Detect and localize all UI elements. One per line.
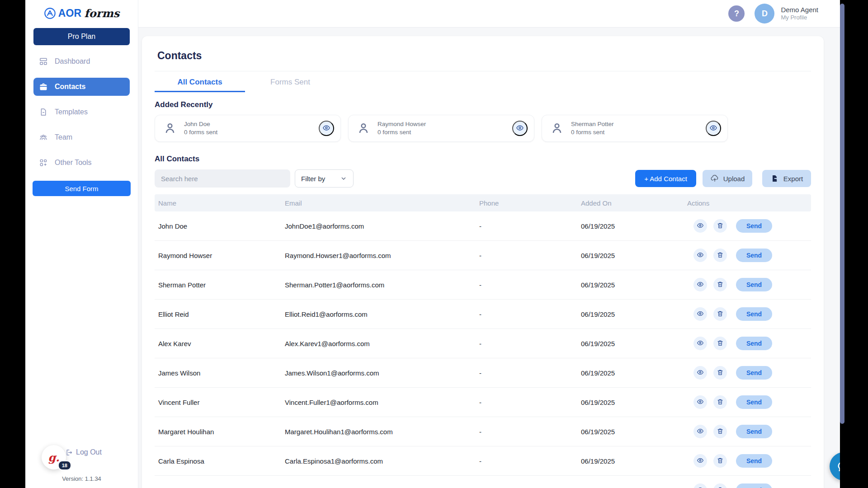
column-header-name: Name — [155, 199, 281, 207]
team-icon — [39, 133, 48, 142]
sidebar-item-label: Dashboard — [55, 57, 90, 66]
view-contact-button[interactable] — [693, 425, 707, 438]
aor-logo-icon — [44, 7, 56, 19]
row-actions: Send — [684, 366, 811, 380]
send-button[interactable]: Send — [736, 219, 772, 233]
g-widget-badge: 18 — [58, 460, 71, 470]
templates-icon — [39, 108, 48, 117]
recent-forms-sent: 0 forms sent — [377, 128, 512, 136]
logout-button[interactable]: Log Out — [65, 448, 102, 456]
filter-by-label: Filter by — [301, 175, 325, 183]
filter-by-dropdown[interactable]: Filter by — [295, 169, 354, 188]
upload-label: Upload — [723, 175, 745, 183]
view-recent-contact-button[interactable] — [319, 121, 334, 136]
page-title: Contacts — [157, 50, 811, 62]
delete-contact-button[interactable] — [713, 307, 727, 321]
sidebar-item-other-tools[interactable]: Other Tools — [33, 154, 130, 172]
sidebar-item-contacts[interactable]: Contacts — [33, 78, 130, 96]
contact-email: Alex.Karev1@aorforms.com — [281, 340, 476, 347]
tab-all-contacts[interactable]: All Contacts — [155, 73, 245, 92]
send-button[interactable]: Send — [736, 307, 772, 321]
sidebar-item-templates[interactable]: Templates — [33, 103, 130, 121]
send-button[interactable]: Send — [736, 337, 772, 350]
contact-added-on: 06/19/2025 — [577, 252, 684, 259]
send-button[interactable]: Send — [736, 454, 772, 468]
sidebar-item-team[interactable]: Team — [33, 128, 130, 146]
row-actions: Send — [684, 307, 811, 321]
recent-contact-name: Raymond Howser — [377, 120, 512, 128]
app-window: AORforms Pro Plan Dashboard Contacts Tem… — [25, 0, 840, 488]
table-controls: Filter by + Add Contact Upload Export — [155, 169, 811, 188]
eye-icon — [697, 369, 704, 377]
sidebar-item-label: Templates — [55, 108, 88, 116]
contact-name: Raymond Howser — [155, 252, 281, 259]
send-button[interactable]: Send — [736, 425, 772, 438]
search-input[interactable] — [155, 169, 290, 188]
row-actions: Send — [684, 395, 811, 409]
sidebar-item-dashboard[interactable]: Dashboard — [33, 52, 130, 70]
user-menu[interactable]: Demo Agent My Profile — [781, 6, 818, 22]
export-label: Export — [783, 175, 803, 183]
logout-icon — [65, 449, 73, 456]
add-contact-button[interactable]: + Add Contact — [635, 170, 696, 187]
view-contact-button[interactable] — [693, 219, 707, 233]
contact-email: Elliot.Reid1@aorforms.com — [281, 310, 476, 318]
delete-contact-button[interactable] — [713, 483, 727, 488]
view-contact-button[interactable] — [693, 454, 707, 468]
view-contact-button[interactable] — [693, 307, 707, 321]
send-button[interactable]: Send — [736, 483, 772, 488]
brand-name-script: forms — [84, 7, 119, 20]
recent-forms-sent: 0 forms sent — [571, 128, 706, 136]
send-button[interactable]: Send — [736, 249, 772, 262]
delete-contact-button[interactable] — [713, 366, 727, 380]
column-header-phone: Phone — [476, 199, 577, 207]
page-scrollbar[interactable] — [840, 4, 844, 424]
title-divider — [155, 71, 811, 71]
row-actions: Send — [684, 454, 811, 468]
view-contact-button[interactable] — [693, 249, 707, 262]
view-recent-contact-button[interactable] — [512, 121, 528, 136]
send-button[interactable]: Send — [736, 366, 772, 380]
eye-icon — [697, 398, 704, 407]
contact-name: Carla Espinosa — [155, 457, 281, 465]
view-contact-button[interactable] — [693, 366, 707, 380]
contact-name: Sherman Potter — [155, 281, 281, 289]
contact-email: Margaret.Houlihan1@aorforms.com — [281, 428, 476, 436]
delete-contact-button[interactable] — [713, 278, 727, 291]
pro-plan-button[interactable]: Pro Plan — [33, 28, 130, 45]
export-button[interactable]: Export — [762, 170, 811, 187]
upload-button[interactable]: Upload — [703, 170, 752, 187]
view-contact-button[interactable] — [693, 483, 707, 488]
send-form-button[interactable]: Send Form — [33, 181, 131, 196]
user-avatar[interactable]: D — [755, 4, 774, 23]
delete-contact-button[interactable] — [713, 454, 727, 468]
view-contact-button[interactable] — [693, 395, 707, 409]
send-button[interactable]: Send — [736, 278, 772, 291]
contact-added-on: 06/19/2025 — [577, 369, 684, 377]
delete-contact-button[interactable] — [713, 337, 727, 350]
table-row: Vincent Fuller Vincent.Fuller1@aorforms.… — [155, 388, 811, 417]
trash-icon — [717, 251, 724, 260]
contact-phone: - — [476, 340, 577, 347]
trash-icon — [717, 486, 724, 488]
chat-bubble-icon — [836, 459, 840, 474]
tab-forms-sent[interactable]: Forms Sent — [245, 73, 335, 92]
table-row: Sherman Potter Sherman.Potter1@aorforms.… — [155, 270, 811, 300]
delete-contact-button[interactable] — [713, 395, 727, 409]
view-contact-button[interactable] — [693, 337, 707, 350]
added-recently-title: Added Recently — [155, 100, 811, 109]
g-widget-button[interactable]: g. 18 — [42, 445, 66, 469]
delete-contact-button[interactable] — [713, 219, 727, 233]
person-icon — [163, 122, 177, 135]
trash-icon — [717, 310, 724, 319]
my-profile-link[interactable]: My Profile — [781, 14, 818, 21]
send-button[interactable]: Send — [736, 395, 772, 409]
help-button[interactable]: ? — [728, 5, 745, 22]
row-actions: Send — [684, 278, 811, 291]
chat-widget-button[interactable] — [830, 452, 840, 480]
delete-contact-button[interactable] — [713, 425, 727, 438]
delete-contact-button[interactable] — [713, 249, 727, 262]
view-recent-contact-button[interactable] — [706, 121, 721, 136]
export-file-icon — [770, 174, 779, 183]
view-contact-button[interactable] — [693, 278, 707, 291]
